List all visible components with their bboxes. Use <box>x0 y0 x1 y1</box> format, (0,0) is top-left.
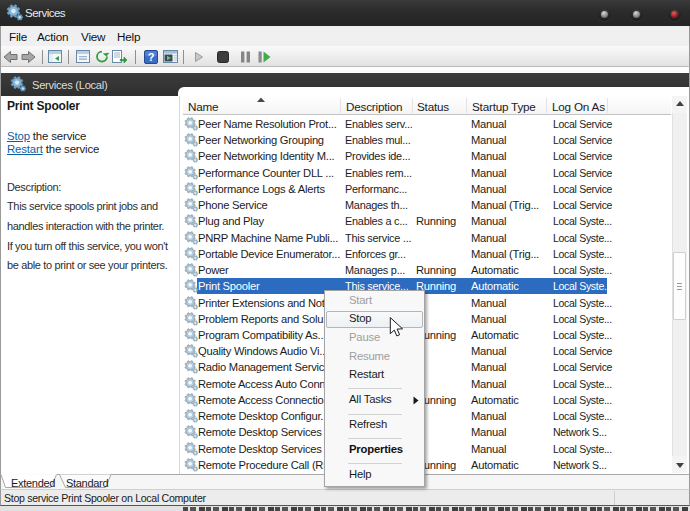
svg-text:?: ? <box>148 51 155 63</box>
